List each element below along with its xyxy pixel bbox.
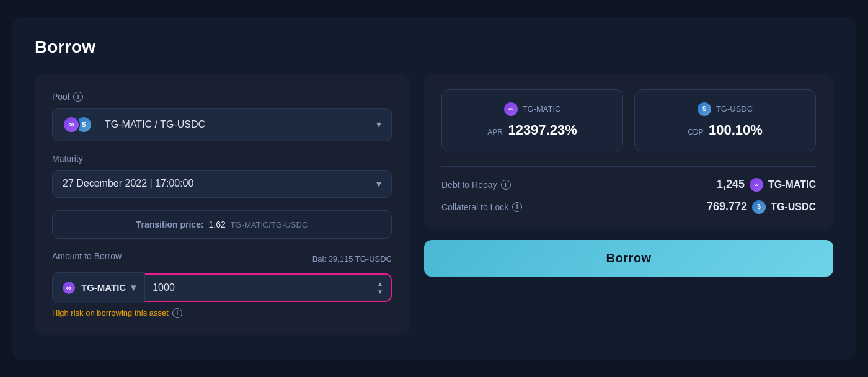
collateral-value: 769.772 $ TG-USDC [707, 200, 816, 214]
amount-input[interactable] [153, 275, 377, 301]
transition-price-bar: Transition price: 1.62 TG-MATIC/TG-USDC [52, 210, 392, 239]
pool-field: Pool i ∞ $ TG-MATIC / TG-USDC ▾ [52, 92, 392, 141]
collateral-usdc-icon: $ [752, 200, 766, 214]
pool-value: TG-MATIC / TG-USDC [105, 119, 205, 130]
debt-value: 1,245 ∞ TG-MATIC [717, 178, 816, 192]
stats-container: ∞ TG-MATIC APR 12397.23% $ TG-USDC [424, 74, 833, 229]
stat-matic-icon: ∞ [504, 102, 518, 116]
usdc-stat-card: $ TG-USDC CDP 100.10% [634, 89, 816, 151]
collateral-amount: 769.772 [707, 200, 747, 213]
divider-1 [441, 166, 816, 167]
page-title: Borrow [35, 37, 833, 57]
transition-price-label: Transition price: [136, 220, 204, 229]
matic-stat-token: ∞ TG-MATIC [504, 102, 561, 116]
cdp-label: CDP [688, 128, 703, 136]
apr-value: 12397.23% [508, 122, 577, 138]
maturity-label: Maturity [52, 154, 392, 164]
debt-info-icon[interactable]: i [501, 180, 511, 190]
stat-matic-label: TG-MATIC [523, 104, 561, 113]
collateral-info-icon[interactable]: i [512, 202, 522, 212]
balance-display: Bal: 39,115 TG-USDC [312, 254, 392, 264]
pool-label: Pool i [52, 92, 392, 102]
collateral-label: Collateral to Lock i [441, 202, 522, 212]
cdp-value: 100.10% [709, 122, 763, 138]
page-wrapper: Borrow Pool i ∞ $ TG-MATIC / TG-USDC [12, 17, 856, 360]
amount-input-wrapper: ▲ ▼ [145, 273, 392, 302]
transition-price-value: 1.62 [208, 220, 225, 229]
warning-info-icon[interactable]: i [172, 308, 182, 318]
collateral-row: Collateral to Lock i 769.772 $ TG-USDC [441, 200, 816, 214]
warning-text: High risk on borrowing this asset i [52, 308, 392, 318]
apr-display: APR 12397.23% [487, 122, 577, 138]
pool-icons: ∞ $ [63, 116, 92, 133]
debt-amount: 1,245 [717, 178, 745, 191]
borrow-button[interactable]: Borrow [424, 240, 833, 277]
transition-price-pair: TG-MATIC/TG-USDC [231, 220, 308, 229]
matic-token-icon: ∞ [63, 116, 80, 133]
main-layout: Pool i ∞ $ TG-MATIC / TG-USDC ▾ [35, 74, 833, 335]
left-panel: Pool i ∞ $ TG-MATIC / TG-USDC ▾ [35, 74, 409, 335]
cdp-display: CDP 100.10% [688, 122, 763, 138]
debt-row: Debt to Repay i 1,245 ∞ TG-MATIC [441, 178, 816, 192]
usdc-stat-token: $ TG-USDC [698, 102, 753, 116]
amount-header: Amount to Borrow Bal: 39,115 TG-USDC [52, 251, 392, 267]
collateral-token: TG-USDC [771, 202, 816, 213]
stepper-up-icon[interactable]: ▲ [377, 280, 383, 287]
selected-token: TG-MATIC [81, 282, 126, 293]
pool-info-icon[interactable]: i [73, 92, 83, 102]
maturity-value: 27 December 2022 | 17:00:00 [63, 178, 193, 189]
amount-label: Amount to Borrow [52, 251, 122, 261]
stepper-arrows[interactable]: ▲ ▼ [377, 280, 383, 295]
right-panel: ∞ TG-MATIC APR 12397.23% $ TG-USDC [424, 74, 833, 335]
warning-message: High risk on borrowing this asset [52, 308, 169, 317]
debt-token: TG-MATIC [768, 179, 816, 190]
maturity-chevron-icon: ▾ [376, 178, 381, 190]
stat-usdc-label: TG-USDC [716, 104, 753, 113]
maturity-field: Maturity 27 December 2022 | 17:00:00 ▾ [52, 154, 392, 198]
stat-usdc-icon: $ [698, 102, 711, 116]
maturity-dropdown[interactable]: 27 December 2022 | 17:00:00 ▾ [52, 170, 392, 198]
selector-matic-icon: ∞ [61, 280, 76, 295]
pool-label-content: ∞ $ TG-MATIC / TG-USDC [63, 116, 205, 133]
debt-collateral-section: Debt to Repay i 1,245 ∞ TG-MATIC Collate… [441, 164, 816, 214]
matic-stat-card: ∞ TG-MATIC APR 12397.23% [441, 89, 623, 151]
amount-input-row: ∞ TG-MATIC ▾ ▲ ▼ [52, 272, 392, 303]
pool-chevron-icon: ▾ [376, 118, 381, 130]
amount-section: Amount to Borrow Bal: 39,115 TG-USDC ∞ T… [52, 251, 392, 318]
stepper-down-icon[interactable]: ▼ [377, 288, 383, 295]
pool-dropdown[interactable]: ∞ $ TG-MATIC / TG-USDC ▾ [52, 108, 392, 141]
apr-label: APR [487, 128, 503, 136]
stats-cards: ∞ TG-MATIC APR 12397.23% $ TG-USDC [441, 89, 816, 151]
token-chevron-icon: ▾ [131, 282, 136, 293]
token-selector-dropdown[interactable]: ∞ TG-MATIC ▾ [52, 272, 145, 303]
debt-label: Debt to Repay i [441, 180, 511, 190]
debt-matic-icon: ∞ [750, 178, 763, 192]
